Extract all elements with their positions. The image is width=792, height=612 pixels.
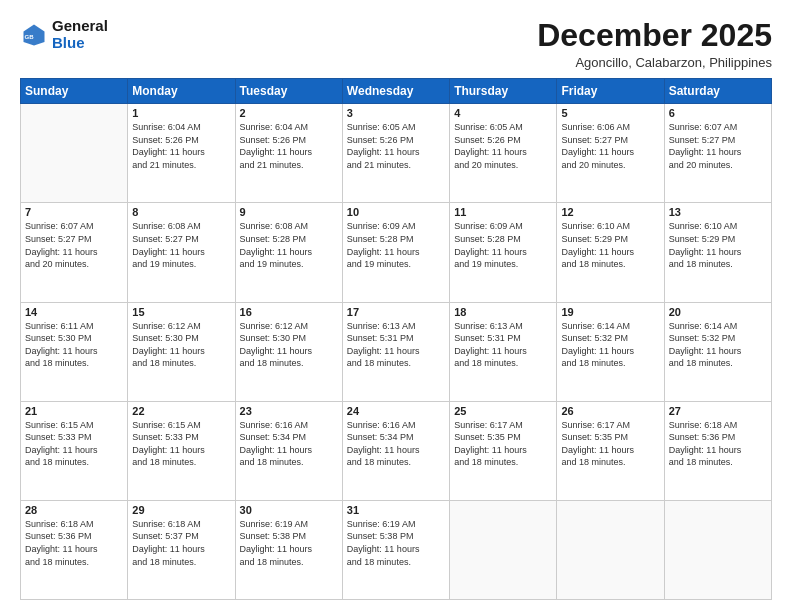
day-info: Sunrise: 6:19 AM Sunset: 5:38 PM Dayligh… bbox=[240, 518, 338, 568]
table-row: 18Sunrise: 6:13 AM Sunset: 5:31 PM Dayli… bbox=[450, 302, 557, 401]
day-info: Sunrise: 6:10 AM Sunset: 5:29 PM Dayligh… bbox=[669, 220, 767, 270]
day-info: Sunrise: 6:05 AM Sunset: 5:26 PM Dayligh… bbox=[347, 121, 445, 171]
table-row: 17Sunrise: 6:13 AM Sunset: 5:31 PM Dayli… bbox=[342, 302, 449, 401]
day-info: Sunrise: 6:14 AM Sunset: 5:32 PM Dayligh… bbox=[561, 320, 659, 370]
table-row bbox=[21, 104, 128, 203]
table-row: 11Sunrise: 6:09 AM Sunset: 5:28 PM Dayli… bbox=[450, 203, 557, 302]
day-info: Sunrise: 6:15 AM Sunset: 5:33 PM Dayligh… bbox=[132, 419, 230, 469]
day-number: 24 bbox=[347, 405, 445, 417]
day-number: 30 bbox=[240, 504, 338, 516]
day-info: Sunrise: 6:06 AM Sunset: 5:27 PM Dayligh… bbox=[561, 121, 659, 171]
day-number: 5 bbox=[561, 107, 659, 119]
table-row: 1Sunrise: 6:04 AM Sunset: 5:26 PM Daylig… bbox=[128, 104, 235, 203]
day-number: 9 bbox=[240, 206, 338, 218]
day-info: Sunrise: 6:07 AM Sunset: 5:27 PM Dayligh… bbox=[25, 220, 123, 270]
day-number: 26 bbox=[561, 405, 659, 417]
calendar-table: Sunday Monday Tuesday Wednesday Thursday… bbox=[20, 78, 772, 600]
day-info: Sunrise: 6:05 AM Sunset: 5:26 PM Dayligh… bbox=[454, 121, 552, 171]
day-info: Sunrise: 6:08 AM Sunset: 5:27 PM Dayligh… bbox=[132, 220, 230, 270]
location: Agoncillo, Calabarzon, Philippines bbox=[537, 55, 772, 70]
day-number: 6 bbox=[669, 107, 767, 119]
col-sunday: Sunday bbox=[21, 79, 128, 104]
day-info: Sunrise: 6:14 AM Sunset: 5:32 PM Dayligh… bbox=[669, 320, 767, 370]
day-number: 14 bbox=[25, 306, 123, 318]
table-row: 3Sunrise: 6:05 AM Sunset: 5:26 PM Daylig… bbox=[342, 104, 449, 203]
day-info: Sunrise: 6:04 AM Sunset: 5:26 PM Dayligh… bbox=[240, 121, 338, 171]
day-number: 11 bbox=[454, 206, 552, 218]
table-row: 31Sunrise: 6:19 AM Sunset: 5:38 PM Dayli… bbox=[342, 500, 449, 599]
day-number: 17 bbox=[347, 306, 445, 318]
day-info: Sunrise: 6:18 AM Sunset: 5:36 PM Dayligh… bbox=[25, 518, 123, 568]
table-row: 27Sunrise: 6:18 AM Sunset: 5:36 PM Dayli… bbox=[664, 401, 771, 500]
day-number: 28 bbox=[25, 504, 123, 516]
table-row: 14Sunrise: 6:11 AM Sunset: 5:30 PM Dayli… bbox=[21, 302, 128, 401]
table-row: 2Sunrise: 6:04 AM Sunset: 5:26 PM Daylig… bbox=[235, 104, 342, 203]
col-saturday: Saturday bbox=[664, 79, 771, 104]
table-row: 9Sunrise: 6:08 AM Sunset: 5:28 PM Daylig… bbox=[235, 203, 342, 302]
day-number: 21 bbox=[25, 405, 123, 417]
table-row: 5Sunrise: 6:06 AM Sunset: 5:27 PM Daylig… bbox=[557, 104, 664, 203]
table-row: 4Sunrise: 6:05 AM Sunset: 5:26 PM Daylig… bbox=[450, 104, 557, 203]
day-number: 1 bbox=[132, 107, 230, 119]
table-row: 15Sunrise: 6:12 AM Sunset: 5:30 PM Dayli… bbox=[128, 302, 235, 401]
day-info: Sunrise: 6:16 AM Sunset: 5:34 PM Dayligh… bbox=[240, 419, 338, 469]
day-number: 20 bbox=[669, 306, 767, 318]
col-friday: Friday bbox=[557, 79, 664, 104]
table-row: 7Sunrise: 6:07 AM Sunset: 5:27 PM Daylig… bbox=[21, 203, 128, 302]
day-number: 4 bbox=[454, 107, 552, 119]
page: GB General Blue December 2025 Agoncillo,… bbox=[0, 0, 792, 612]
day-number: 15 bbox=[132, 306, 230, 318]
day-number: 18 bbox=[454, 306, 552, 318]
day-info: Sunrise: 6:07 AM Sunset: 5:27 PM Dayligh… bbox=[669, 121, 767, 171]
col-wednesday: Wednesday bbox=[342, 79, 449, 104]
day-info: Sunrise: 6:17 AM Sunset: 5:35 PM Dayligh… bbox=[454, 419, 552, 469]
col-tuesday: Tuesday bbox=[235, 79, 342, 104]
calendar-header-row: Sunday Monday Tuesday Wednesday Thursday… bbox=[21, 79, 772, 104]
day-number: 3 bbox=[347, 107, 445, 119]
day-info: Sunrise: 6:17 AM Sunset: 5:35 PM Dayligh… bbox=[561, 419, 659, 469]
table-row: 23Sunrise: 6:16 AM Sunset: 5:34 PM Dayli… bbox=[235, 401, 342, 500]
title-area: December 2025 Agoncillo, Calabarzon, Phi… bbox=[537, 18, 772, 70]
day-info: Sunrise: 6:15 AM Sunset: 5:33 PM Dayligh… bbox=[25, 419, 123, 469]
col-monday: Monday bbox=[128, 79, 235, 104]
table-row: 8Sunrise: 6:08 AM Sunset: 5:27 PM Daylig… bbox=[128, 203, 235, 302]
month-title: December 2025 bbox=[537, 18, 772, 53]
table-row: 26Sunrise: 6:17 AM Sunset: 5:35 PM Dayli… bbox=[557, 401, 664, 500]
day-number: 16 bbox=[240, 306, 338, 318]
table-row: 19Sunrise: 6:14 AM Sunset: 5:32 PM Dayli… bbox=[557, 302, 664, 401]
day-number: 12 bbox=[561, 206, 659, 218]
day-number: 29 bbox=[132, 504, 230, 516]
svg-text:GB: GB bbox=[24, 32, 34, 39]
table-row: 28Sunrise: 6:18 AM Sunset: 5:36 PM Dayli… bbox=[21, 500, 128, 599]
day-number: 23 bbox=[240, 405, 338, 417]
header: GB General Blue December 2025 Agoncillo,… bbox=[20, 18, 772, 70]
day-number: 10 bbox=[347, 206, 445, 218]
day-info: Sunrise: 6:13 AM Sunset: 5:31 PM Dayligh… bbox=[347, 320, 445, 370]
table-row: 25Sunrise: 6:17 AM Sunset: 5:35 PM Dayli… bbox=[450, 401, 557, 500]
day-info: Sunrise: 6:09 AM Sunset: 5:28 PM Dayligh… bbox=[454, 220, 552, 270]
table-row: 16Sunrise: 6:12 AM Sunset: 5:30 PM Dayli… bbox=[235, 302, 342, 401]
day-number: 27 bbox=[669, 405, 767, 417]
table-row: 6Sunrise: 6:07 AM Sunset: 5:27 PM Daylig… bbox=[664, 104, 771, 203]
table-row: 24Sunrise: 6:16 AM Sunset: 5:34 PM Dayli… bbox=[342, 401, 449, 500]
day-number: 25 bbox=[454, 405, 552, 417]
logo-text: General Blue bbox=[52, 18, 108, 51]
logo-icon: GB bbox=[20, 21, 48, 49]
table-row bbox=[557, 500, 664, 599]
day-info: Sunrise: 6:18 AM Sunset: 5:36 PM Dayligh… bbox=[669, 419, 767, 469]
table-row bbox=[450, 500, 557, 599]
table-row: 30Sunrise: 6:19 AM Sunset: 5:38 PM Dayli… bbox=[235, 500, 342, 599]
day-info: Sunrise: 6:10 AM Sunset: 5:29 PM Dayligh… bbox=[561, 220, 659, 270]
table-row: 12Sunrise: 6:10 AM Sunset: 5:29 PM Dayli… bbox=[557, 203, 664, 302]
calendar-week-row: 1Sunrise: 6:04 AM Sunset: 5:26 PM Daylig… bbox=[21, 104, 772, 203]
logo-general: General bbox=[52, 17, 108, 34]
table-row: 13Sunrise: 6:10 AM Sunset: 5:29 PM Dayli… bbox=[664, 203, 771, 302]
table-row bbox=[664, 500, 771, 599]
calendar-week-row: 28Sunrise: 6:18 AM Sunset: 5:36 PM Dayli… bbox=[21, 500, 772, 599]
table-row: 21Sunrise: 6:15 AM Sunset: 5:33 PM Dayli… bbox=[21, 401, 128, 500]
day-info: Sunrise: 6:12 AM Sunset: 5:30 PM Dayligh… bbox=[240, 320, 338, 370]
table-row: 22Sunrise: 6:15 AM Sunset: 5:33 PM Dayli… bbox=[128, 401, 235, 500]
day-info: Sunrise: 6:19 AM Sunset: 5:38 PM Dayligh… bbox=[347, 518, 445, 568]
day-number: 7 bbox=[25, 206, 123, 218]
day-info: Sunrise: 6:04 AM Sunset: 5:26 PM Dayligh… bbox=[132, 121, 230, 171]
